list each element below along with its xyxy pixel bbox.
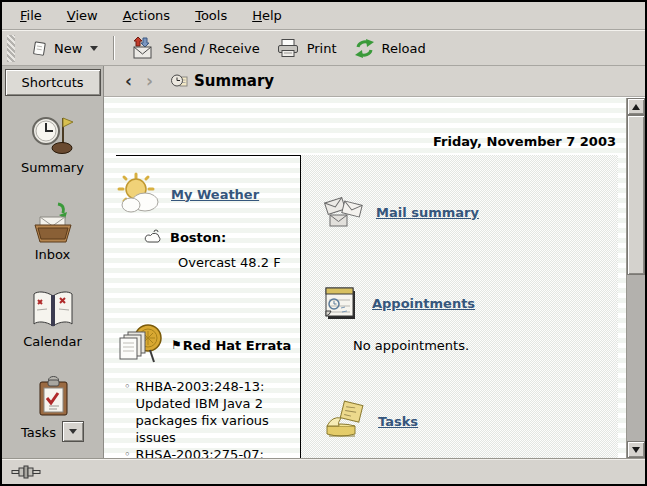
right-column: Mail summary bbox=[300, 155, 618, 458]
print-label: Print bbox=[307, 41, 337, 56]
tasks-section: Tasks No tasks bbox=[321, 399, 618, 458]
sidebar-item-label: Calendar bbox=[23, 334, 81, 349]
status-bar bbox=[2, 458, 645, 484]
reload-icon bbox=[353, 38, 376, 59]
errata-list-item[interactable]: ◦ RHBA-2003:248-13: Updated IBM Java 2 p… bbox=[124, 378, 300, 446]
weather-city-row: Boston: bbox=[144, 229, 300, 245]
appointments-section-header: Appointments bbox=[321, 283, 618, 323]
appointments-section: Appointments No appointments. bbox=[321, 283, 618, 353]
tasks-icon bbox=[29, 375, 77, 419]
tasks-section-header: Tasks bbox=[321, 399, 618, 443]
my-weather-link[interactable]: My Weather bbox=[171, 187, 259, 202]
bullet-icon: ◦ bbox=[124, 446, 131, 458]
down-arrow-icon bbox=[632, 447, 640, 453]
bullet-icon: ◦ bbox=[124, 378, 131, 446]
errata-title: ⚑Red Hat Errata bbox=[171, 338, 291, 353]
date-heading: Friday, November 7 2003 bbox=[104, 134, 616, 149]
summary-content: Friday, November 7 2003 bbox=[104, 98, 626, 458]
chevron-down-icon bbox=[90, 46, 98, 51]
send-receive-label: Send / Receive bbox=[163, 41, 259, 56]
sidebar-item-label: Summary bbox=[21, 160, 84, 175]
appointments-pad-icon bbox=[321, 283, 363, 323]
menu-file[interactable]: File bbox=[16, 5, 46, 26]
errata-list: ◦ RHBA-2003:248-13: Updated IBM Java 2 p… bbox=[124, 378, 300, 458]
menu-actions[interactable]: Actions bbox=[119, 5, 175, 26]
vertical-scrollbar[interactable] bbox=[626, 98, 645, 458]
reload-label: Reload bbox=[382, 41, 426, 56]
summary-mini-icon bbox=[170, 72, 189, 90]
weather-city: Boston: bbox=[170, 230, 226, 245]
small-cloud-icon bbox=[144, 229, 163, 245]
send-receive-icon bbox=[130, 36, 157, 60]
errata-item-text: RHSA-2003:275-07: Updated CUPS packages … bbox=[136, 446, 301, 458]
forward-button[interactable]: › bbox=[139, 71, 160, 91]
errata-title-text: Red Hat Errata bbox=[183, 338, 292, 353]
printer-icon bbox=[276, 38, 301, 59]
evolution-window: File View Actions Tools Help New bbox=[0, 0, 647, 486]
shortcuts-button[interactable]: Shortcuts bbox=[5, 69, 101, 96]
main-panel: ‹ › Summary Friday, November 7 2003 bbox=[104, 66, 645, 458]
weather-condition: Overcast 48.2 F bbox=[178, 255, 300, 270]
appointments-body: No appointments. bbox=[353, 338, 618, 353]
sidebar-item-calendar[interactable]: Calendar bbox=[23, 288, 81, 349]
sidebar-item-label: Tasks bbox=[21, 425, 56, 440]
calendar-icon bbox=[29, 288, 77, 332]
left-column: My Weather Boston: bbox=[116, 155, 300, 458]
menubar: File View Actions Tools Help bbox=[2, 2, 645, 30]
online-plug-icon[interactable] bbox=[11, 465, 41, 479]
tasks-label-row: Tasks bbox=[21, 421, 84, 442]
summary-columns: My Weather Boston: bbox=[116, 155, 618, 458]
back-button[interactable]: ‹ bbox=[118, 71, 139, 91]
print-button[interactable]: Print bbox=[268, 34, 345, 63]
body-row: Shortcuts Summary bbox=[2, 66, 645, 458]
scroll-down-button[interactable] bbox=[627, 441, 645, 458]
summary-viewport: Friday, November 7 2003 bbox=[104, 97, 645, 458]
shortcut-group-dropdown-button[interactable] bbox=[62, 421, 84, 442]
toolbar-grip-handle[interactable] bbox=[7, 35, 15, 62]
sidebar-item-label: Inbox bbox=[35, 247, 71, 262]
menu-tools[interactable]: Tools bbox=[191, 5, 231, 26]
menu-view[interactable]: View bbox=[63, 5, 102, 26]
send-receive-button[interactable]: Send / Receive bbox=[122, 32, 267, 64]
summary-clock-icon bbox=[28, 114, 76, 158]
menu-help[interactable]: Help bbox=[248, 5, 286, 26]
errata-papers-icon bbox=[116, 322, 166, 368]
new-note-icon bbox=[31, 40, 48, 57]
sidebar-item-inbox[interactable]: Inbox bbox=[29, 201, 77, 262]
new-button-label: New bbox=[54, 41, 82, 56]
scrollbar-thumb[interactable] bbox=[627, 115, 645, 275]
errata-item-text: RHBA-2003:248-13: Updated IBM Java 2 pac… bbox=[136, 378, 301, 446]
weather-section-header: My Weather bbox=[116, 172, 300, 216]
sidebar-item-tasks[interactable]: Tasks bbox=[21, 375, 84, 442]
appointments-link[interactable]: Appointments bbox=[372, 296, 475, 311]
tasks-link[interactable]: Tasks bbox=[378, 414, 418, 429]
scrollbar-trough[interactable] bbox=[627, 275, 645, 441]
folder-header: ‹ › Summary bbox=[104, 66, 645, 97]
sidebar-item-summary[interactable]: Summary bbox=[21, 114, 84, 175]
errata-section: ⚑Red Hat Errata ◦ RHBA-2003:248-13: Upda… bbox=[116, 322, 300, 458]
chevron-down-icon bbox=[69, 429, 77, 434]
toolbar: New Send / Receive bbox=[2, 30, 645, 66]
mail-summary-link[interactable]: Mail summary bbox=[376, 205, 479, 220]
new-button[interactable]: New bbox=[23, 36, 106, 61]
page-title: Summary bbox=[194, 72, 274, 90]
up-arrow-icon bbox=[632, 104, 640, 110]
errata-list-item[interactable]: ◦ RHSA-2003:275-07: Updated CUPS package… bbox=[124, 446, 300, 458]
shortcut-bar: Shortcuts Summary bbox=[2, 66, 104, 458]
scroll-up-button[interactable] bbox=[627, 98, 645, 115]
sun-cloud-icon bbox=[116, 172, 162, 216]
toolbar-separator bbox=[113, 36, 115, 60]
errata-section-header: ⚑Red Hat Errata bbox=[116, 322, 300, 368]
envelopes-icon bbox=[321, 191, 367, 233]
mail-section-header: Mail summary bbox=[321, 191, 618, 233]
inbox-icon bbox=[29, 201, 77, 245]
sticky-notes-icon bbox=[321, 399, 369, 443]
reload-button[interactable]: Reload bbox=[345, 34, 434, 63]
flag-icon: ⚑ bbox=[171, 338, 182, 352]
